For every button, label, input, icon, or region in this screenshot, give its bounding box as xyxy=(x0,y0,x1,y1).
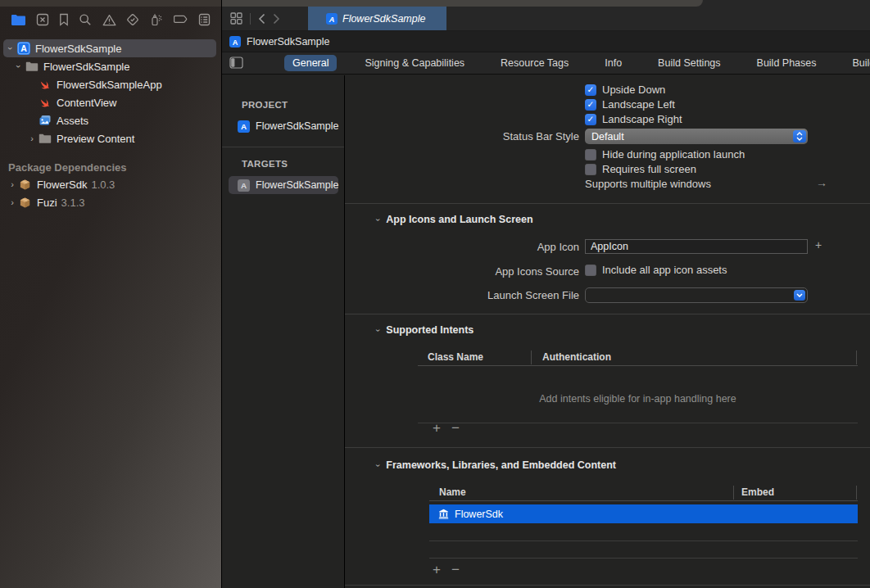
tab-info[interactable]: Info xyxy=(596,55,630,71)
breakpoint-navigator-icon[interactable] xyxy=(173,15,188,25)
find-navigator-icon[interactable] xyxy=(79,13,92,26)
jump-bar[interactable]: A FlowerSdkSample xyxy=(222,31,870,52)
disclosure-chevron-icon[interactable]: › xyxy=(14,61,24,72)
framework-row-selected[interactable]: FlowerSdk xyxy=(429,504,858,523)
app-icons-source-label: App Icons Source xyxy=(345,265,579,278)
tab-build-rules[interactable]: Build Rules xyxy=(845,55,870,71)
remove-intent-button[interactable]: − xyxy=(451,420,460,436)
column-header-name[interactable]: Name xyxy=(439,486,466,498)
swift-file-icon xyxy=(38,78,52,91)
add-app-icon-button[interactable]: + xyxy=(815,238,822,251)
frameworks-header[interactable]: › Frameworks, Libraries, and Embedded Co… xyxy=(377,459,616,471)
section-title: Frameworks, Libraries, and Embedded Cont… xyxy=(386,459,616,471)
test-navigator-icon[interactable] xyxy=(126,13,139,26)
editor-area: A FlowerSdkSample A FlowerSdkSample Gene… xyxy=(222,7,870,588)
hide-during-launch-option[interactable]: Hide during application launch xyxy=(585,148,745,161)
column-header-embed[interactable]: Embed xyxy=(741,486,774,498)
tab-build-phases[interactable]: Build Phases xyxy=(749,55,825,71)
include-all-app-icon-assets-option[interactable]: Include all app icon assets xyxy=(585,264,727,276)
target-item-selected[interactable]: A FlowerSdkSample xyxy=(222,176,344,194)
pane-divider[interactable] xyxy=(344,75,345,588)
project-navigator-icon[interactable] xyxy=(11,14,26,26)
tree-item-group[interactable]: › Preview Content xyxy=(0,129,221,147)
tab-build-settings[interactable]: Build Settings xyxy=(650,55,728,71)
checkbox-unchecked-icon[interactable] xyxy=(585,149,596,161)
supported-intents-header[interactable]: › Supported Intents xyxy=(377,324,474,336)
source-control-navigator-icon[interactable] xyxy=(36,13,49,26)
tab-signing-capabilities[interactable]: Signing & Capabilities xyxy=(356,55,473,71)
bookmark-navigator-icon[interactable] xyxy=(59,13,69,26)
popup-stepper-icon xyxy=(793,130,806,142)
disclosure-chevron-icon[interactable]: › xyxy=(7,179,18,189)
checkbox-label: Landscape Left xyxy=(602,98,675,111)
tree-item-file[interactable]: ContentView xyxy=(0,93,221,111)
navigator-toolbar xyxy=(0,7,221,33)
column-separator[interactable] xyxy=(531,351,532,364)
disclosure-chevron-icon[interactable]: › xyxy=(26,133,38,143)
disclosure-chevron-icon[interactable]: › xyxy=(6,43,16,54)
tab-resource-tags[interactable]: Resource Tags xyxy=(492,55,577,71)
tree-item-file[interactable]: FlowerSdkSampleApp xyxy=(0,75,221,93)
go-back-icon[interactable] xyxy=(258,13,265,25)
status-bar-style-label: Status Bar Style xyxy=(345,130,579,142)
column-header-authentication[interactable]: Authentication xyxy=(542,351,611,363)
window-toolbar-edge xyxy=(0,0,870,7)
disclosure-chevron-icon[interactable]: › xyxy=(7,197,18,207)
framework-library-icon xyxy=(438,509,449,519)
add-intent-button[interactable]: + xyxy=(433,420,441,436)
app-icon-field[interactable] xyxy=(585,239,808,254)
section-title: App Icons and Launch Screen xyxy=(386,214,532,225)
target-app-icon: A xyxy=(238,179,250,192)
checkbox-unchecked-icon[interactable] xyxy=(585,265,596,276)
launch-screen-file-label: Launch Screen File xyxy=(345,289,579,301)
column-separator[interactable] xyxy=(733,486,734,500)
add-framework-button[interactable]: + xyxy=(433,562,441,578)
detail-arrow-icon[interactable]: → xyxy=(816,176,827,189)
disclosure-chevron-icon[interactable]: › xyxy=(374,328,383,331)
go-forward-icon[interactable] xyxy=(273,13,280,25)
issue-navigator-icon[interactable] xyxy=(102,14,116,26)
svg-text:A: A xyxy=(20,43,27,53)
orientation-landscape-right[interactable]: Landscape Right xyxy=(585,113,682,125)
tab-general[interactable]: General xyxy=(284,55,337,71)
orientation-landscape-left[interactable]: Landscape Left xyxy=(585,98,675,111)
package-name: Fuzi xyxy=(37,197,57,209)
orientation-upside-down[interactable]: Upside Down xyxy=(585,84,665,96)
editor-tab[interactable]: A FlowerSdkSample xyxy=(308,7,446,30)
hide-sidebar-icon[interactable] xyxy=(229,57,243,69)
combo-dropdown-icon[interactable] xyxy=(794,290,805,301)
tab-overview-icon[interactable] xyxy=(230,12,242,25)
requires-full-screen-option[interactable]: Requires full screen xyxy=(585,163,696,175)
launch-screen-file-combobox[interactable] xyxy=(585,287,808,303)
package-version: 3.1.3 xyxy=(61,197,85,209)
section-divider xyxy=(345,585,870,586)
tree-item-project-root[interactable]: › A FlowerSdkSample xyxy=(0,39,221,57)
frameworks-table-header: Name Embed xyxy=(429,484,858,501)
intents-empty-message: Add intents eligible for in-app handling… xyxy=(418,393,858,405)
settings-tab-strip: General Signing & Capabilities Resource … xyxy=(222,52,870,75)
table-row-line xyxy=(429,541,858,541)
column-separator[interactable] xyxy=(856,486,857,500)
folder-icon xyxy=(38,132,52,145)
checkbox-checked-icon[interactable] xyxy=(585,84,596,96)
remove-framework-button[interactable]: − xyxy=(451,562,460,578)
checkbox-unchecked-icon[interactable] xyxy=(585,164,596,175)
disclosure-chevron-icon[interactable]: › xyxy=(374,464,383,466)
project-item[interactable]: A FlowerSdkSample xyxy=(222,117,344,135)
report-navigator-icon[interactable] xyxy=(198,13,211,26)
debug-navigator-icon[interactable] xyxy=(149,13,163,27)
tree-item-assets[interactable]: Assets xyxy=(0,111,221,129)
xcode-project-icon: A xyxy=(229,36,241,47)
column-header-class-name[interactable]: Class Name xyxy=(428,351,483,363)
checkbox-checked-icon[interactable] xyxy=(585,99,596,111)
status-bar-style-popup[interactable]: Default xyxy=(585,129,808,144)
package-item[interactable]: › FlowerSdk 1.0.3 xyxy=(0,175,221,193)
package-item[interactable]: › Fuzi 3.1.3 xyxy=(0,193,221,211)
tree-item-group[interactable]: › FlowerSdkSample xyxy=(0,57,221,75)
checkbox-label: Landscape Right xyxy=(602,113,682,125)
app-icons-section-header[interactable]: › App Icons and Launch Screen xyxy=(377,214,533,225)
disclosure-chevron-icon[interactable]: › xyxy=(374,218,383,220)
checkbox-checked-icon[interactable] xyxy=(585,114,596,125)
pane-divider[interactable] xyxy=(221,0,222,588)
column-separator[interactable] xyxy=(856,351,857,364)
